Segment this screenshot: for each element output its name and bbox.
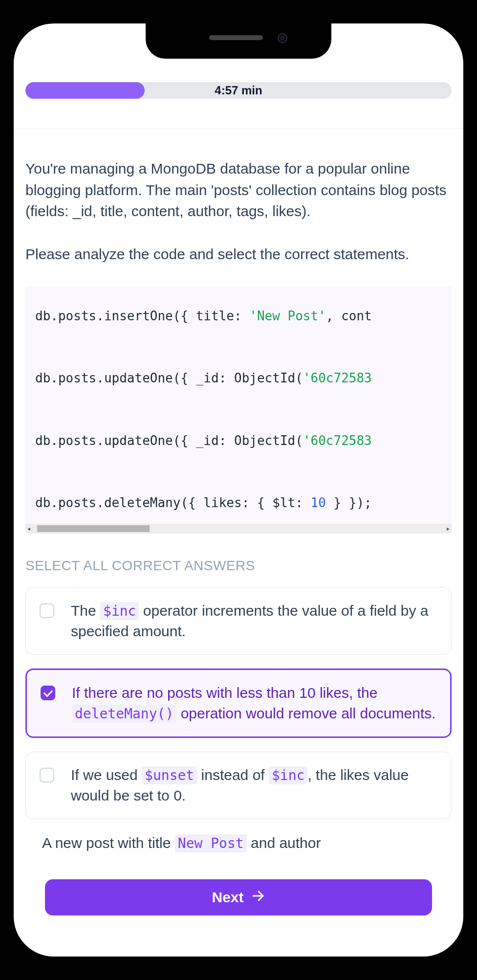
- answer-option-4-partial[interactable]: A new post with title New Post and autho…: [25, 833, 452, 853]
- question-prompt-2: Please analyze the code and select the c…: [25, 244, 452, 265]
- answer-text: If there are no posts with less than 10 …: [72, 683, 436, 724]
- checkbox[interactable]: [40, 603, 54, 618]
- scroll-right-arrow[interactable]: ▸: [447, 525, 450, 532]
- scroll-left-arrow[interactable]: ◂: [27, 525, 30, 532]
- divider: [14, 128, 463, 129]
- inline-code: New Post: [175, 834, 247, 852]
- inline-code: deleteMany(): [72, 705, 176, 723]
- answer-option-3[interactable]: If we used $unset instead of $inc, the l…: [25, 752, 452, 819]
- inline-code: $inc: [100, 602, 139, 620]
- checkbox[interactable]: [40, 768, 54, 782]
- next-button[interactable]: Next: [45, 879, 432, 915]
- section-title: SELECT ALL CORRECT ANSWERS: [25, 558, 452, 574]
- answer-option-2[interactable]: If there are no posts with less than 10 …: [25, 668, 452, 738]
- progress-bar: 4:57 min: [25, 82, 452, 99]
- answer-text: If we used $unset instead of $inc, the l…: [71, 765, 437, 806]
- arrow-right-icon: [251, 889, 265, 907]
- answer-option-1[interactable]: The $inc operator increments the value o…: [25, 587, 452, 655]
- question-prompt-1: You're managing a MongoDB database for a…: [25, 158, 452, 222]
- scroll-thumb[interactable]: [37, 525, 150, 532]
- answer-text: The $inc operator increments the value o…: [71, 601, 437, 642]
- inline-code: $unset: [142, 766, 197, 784]
- code-block: db.posts.insertOne({ title: 'New Post', …: [25, 286, 452, 524]
- checkbox-checked[interactable]: [41, 686, 55, 700]
- inline-code: $inc: [269, 766, 307, 784]
- timer-label: 4:57 min: [25, 82, 452, 99]
- next-label: Next: [212, 889, 243, 906]
- code-scroll-bar[interactable]: ◂ ▸: [25, 524, 452, 534]
